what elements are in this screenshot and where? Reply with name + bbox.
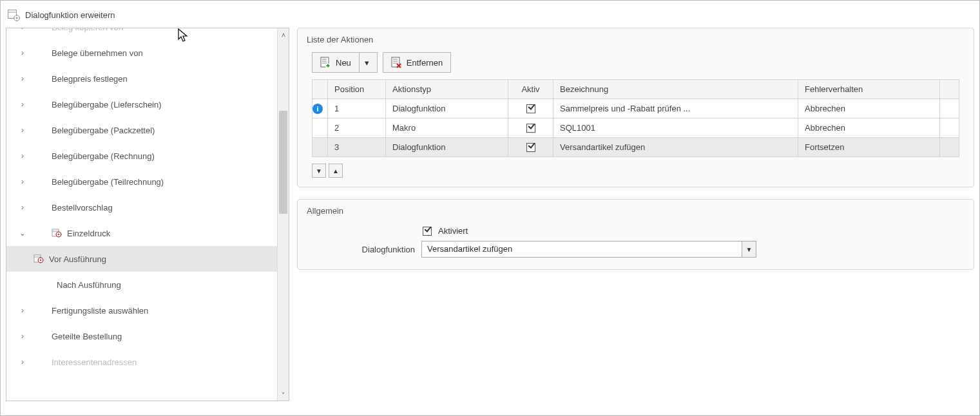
tree-item-label: Interessentenadressen <box>52 357 137 367</box>
tree-item-label: Beleg kopieren von <box>52 28 123 32</box>
info-icon: i <box>312 104 323 114</box>
tree-expander-icon[interactable]: › <box>17 306 28 315</box>
tree-expander-icon[interactable]: › <box>17 126 28 135</box>
cell-error: Abbrechen <box>798 118 940 138</box>
active-checkbox[interactable] <box>526 124 535 133</box>
cell-type: Dialogfunktion <box>386 99 508 118</box>
svg-point-3 <box>16 17 18 19</box>
col-error[interactable]: Fehlerverhalten <box>798 80 940 99</box>
activated-row: Aktiviert <box>307 223 965 238</box>
scroll-down-arrow[interactable]: ˅ <box>278 389 289 401</box>
window-title: Dialogfunktion erweitern <box>25 10 115 20</box>
tree-item[interactable]: ›Belegübergabe (Lieferschein) <box>6 91 277 117</box>
tree-item-label: Belegübergabe (Rechnung) <box>52 151 155 161</box>
dialogfunction-combo[interactable]: Versandartikel zufügen ▼ <box>421 241 756 258</box>
cell-position: 1 <box>328 99 386 118</box>
tree-item-label: Belegübergabe (Teilrechnung) <box>52 177 164 187</box>
svg-point-11 <box>58 234 59 235</box>
activated-label: Aktiviert <box>438 226 468 236</box>
scroll-track[interactable] <box>278 40 289 389</box>
scroll-up-arrow[interactable]: ʌ <box>278 28 289 40</box>
cell-description: SQL1001 <box>553 118 798 138</box>
actions-section: Liste der Aktionen <box>297 28 974 187</box>
tree-item-label: Bestellvorschlag <box>52 203 113 213</box>
tree-item-label: Belege übernehmen von <box>52 48 143 58</box>
remove-button-label: Entfernen <box>407 58 443 68</box>
tree-item-label: Fertigungsliste auswählen <box>52 306 148 316</box>
table-row[interactable]: 2MakroSQL1001Abbrechen <box>312 118 959 138</box>
tree-item[interactable]: ›Bestellvorschlag <box>6 194 277 220</box>
tree-expander-icon[interactable]: › <box>17 28 28 32</box>
tree-expander-icon[interactable]: › <box>17 177 28 186</box>
cell-error: Abbrechen <box>798 99 940 118</box>
cell-position: 2 <box>328 118 386 138</box>
move-up-button[interactable]: ▲ <box>329 164 343 178</box>
svg-point-19 <box>40 260 41 261</box>
titlebar: Dialogfunktion erweitern <box>6 6 974 28</box>
col-active[interactable]: Aktiv <box>508 80 553 99</box>
move-down-button[interactable]: ▼ <box>312 164 326 178</box>
tree-item-label: Nach Ausführung <box>57 280 121 290</box>
tree-expander-icon[interactable]: ⌄ <box>17 229 28 238</box>
table-row[interactable]: 3DialogfunktionVersandartikel zufügenFor… <box>312 138 959 157</box>
active-checkbox[interactable] <box>526 104 535 113</box>
dialogfunction-combo-dropdown[interactable]: ▼ <box>742 241 756 257</box>
tree-item-label: Vor Ausführung <box>49 254 106 264</box>
cell-error: Fortsetzen <box>798 138 940 157</box>
tree-item[interactable]: ›Fertigungsliste auswählen <box>6 298 277 323</box>
tree-expander-icon[interactable]: › <box>17 48 28 57</box>
document-add-icon <box>320 57 331 68</box>
tree-item[interactable]: ›Geteilte Bestellung <box>6 323 277 349</box>
col-description[interactable]: Bezeichnung <box>553 80 798 99</box>
window-icon <box>7 8 20 21</box>
cell-type: Makro <box>386 118 508 138</box>
cell-description: Versandartikel zufügen <box>553 138 798 157</box>
tree-scrollbar[interactable]: ʌ ˅ <box>277 28 289 401</box>
tree-expander-icon[interactable]: › <box>17 332 28 341</box>
active-checkbox[interactable] <box>526 143 535 152</box>
col-position[interactable]: Position <box>328 80 386 99</box>
function-tree[interactable]: ›Beleg kopieren von›Belege übernehmen vo… <box>6 28 277 375</box>
tree-expander-icon[interactable]: › <box>17 203 28 212</box>
dialogfunction-combo-value: Versandartikel zufügen <box>422 241 742 257</box>
tree-item[interactable]: ›Belegübergabe (Packzettel) <box>6 117 277 143</box>
tree-item[interactable]: Vor Ausführung <box>6 246 277 272</box>
new-button-dropdown[interactable]: ▾ <box>359 53 369 72</box>
tree-item[interactable]: ›Beleg kopieren von <box>6 28 277 40</box>
general-section-title: Allgemein <box>298 200 974 223</box>
tree-item[interactable]: Nach Ausführung <box>6 272 277 298</box>
tree-item[interactable]: ›Belegübergabe (Rechnung) <box>6 143 277 169</box>
tree-item-label: Belegübergabe (Lieferschein) <box>52 100 162 109</box>
tree-item[interactable]: ›Belege übernehmen von <box>6 40 277 66</box>
tree-item[interactable]: ›Belegpreis festlegen <box>6 66 277 91</box>
general-section: Allgemein Aktiviert Dialogfunktion Versa… <box>297 199 974 270</box>
col-type[interactable]: Aktionstyp <box>386 80 508 99</box>
activated-checkbox[interactable] <box>423 227 432 236</box>
gear-page-icon <box>52 227 63 239</box>
tree-expander-icon[interactable]: › <box>17 151 28 160</box>
tree-item[interactable]: ⌄Einzeldruck <box>6 220 277 246</box>
cell-type: Dialogfunktion <box>386 138 508 157</box>
remove-button[interactable]: Entfernen <box>383 52 451 73</box>
tree-item-label: Geteilte Bestellung <box>52 332 122 341</box>
gear-page-icon <box>34 253 45 265</box>
actions-section-title: Liste der Aktionen <box>298 28 974 52</box>
cell-position: 3 <box>328 138 386 157</box>
tree-expander-icon[interactable]: › <box>17 357 28 366</box>
table-row[interactable]: i1DialogfunktionSammelpreis und -Rabatt … <box>312 99 959 118</box>
tree-item[interactable]: ›Belegübergabe (Teilrechnung) <box>6 169 277 194</box>
tree-item-label: Belegübergabe (Packzettel) <box>52 126 155 135</box>
tree-expander-icon[interactable]: › <box>17 74 28 83</box>
new-button[interactable]: Neu ▾ <box>312 52 378 73</box>
tree-item-label: Belegpreis festlegen <box>52 74 128 84</box>
actions-toolbar: Neu ▾ <box>307 52 965 79</box>
dialog-window: Dialogfunktion erweitern ›Beleg kopieren… <box>0 0 980 416</box>
tree-panel: ›Beleg kopieren von›Belege übernehmen vo… <box>6 28 289 401</box>
document-remove-icon <box>391 57 401 68</box>
table-header-row: Position Aktionstyp Aktiv Bezeichnung Fe… <box>312 80 959 99</box>
tree-item-label: Einzeldruck <box>67 229 110 238</box>
actions-table: Position Aktionstyp Aktiv Bezeichnung Fe… <box>312 79 959 157</box>
tree-item[interactable]: ›Interessentenadressen <box>6 349 277 375</box>
tree-expander-icon[interactable]: › <box>17 100 28 109</box>
scroll-thumb[interactable] <box>279 111 287 214</box>
